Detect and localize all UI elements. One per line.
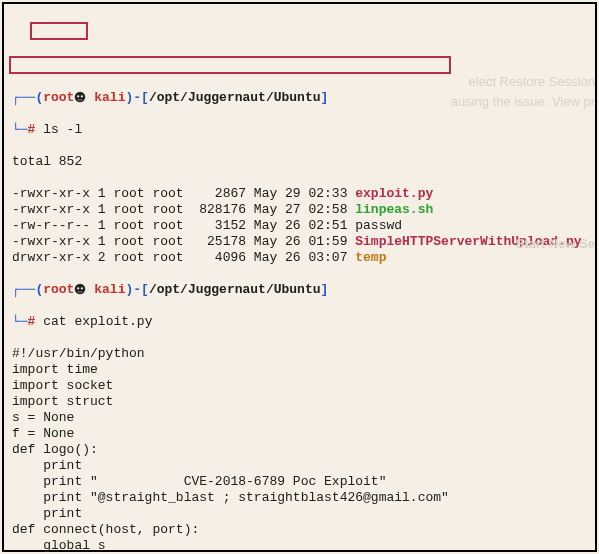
prompt-line2-prefix: └─ [12, 122, 28, 137]
file-perms: -rw-r--r-- 1 root root 3152 May 26 02:51 [12, 218, 355, 233]
file-perms: drwxr-xr-x 2 root root 4096 May 26 03:07 [12, 250, 355, 265]
file-row: drwxr-xr-x 2 root root 4096 May 26 03:07… [12, 250, 587, 266]
terminal-frame: elect Restore Session ausing the issue. … [2, 2, 597, 552]
file-name: passwd [355, 218, 402, 233]
prompt-close-2: ] [321, 282, 329, 297]
prompt-line-1: ┌──(root kali)-[/opt/Juggernaut/Ubuntu] [12, 90, 587, 106]
total-line: total 852 [12, 154, 587, 170]
code-line: import struct [12, 394, 587, 410]
code-line: print "@straight_blast ; straightblast42… [12, 490, 587, 506]
command-cat[interactable]: cat exploit.py [43, 314, 152, 329]
prompt-dash-2: -[ [133, 282, 149, 297]
svg-point-6 [77, 287, 79, 289]
prompt-dash: -[ [133, 90, 149, 105]
svg-rect-3 [79, 99, 80, 101]
code-line: import time [12, 362, 587, 378]
command-ls[interactable]: ls -l [43, 122, 82, 137]
code-block: #!/usr/bin/pythonimport timeimport socke… [12, 346, 587, 554]
file-name: linpeas.sh [355, 202, 433, 217]
svg-point-0 [75, 92, 86, 103]
code-line: print [12, 506, 587, 522]
prompt-host-2: kali [94, 282, 125, 297]
file-name: temp [355, 250, 386, 265]
file-name: exploit.py [355, 186, 433, 201]
prompt-user: root [43, 90, 74, 105]
prompt-open-2: ┌──( [12, 282, 43, 297]
code-line: global s [12, 538, 587, 554]
code-line: def logo(): [12, 442, 587, 458]
svg-rect-9 [81, 291, 82, 293]
file-perms: -rwxr-xr-x 1 root root 2867 May 29 02:33 [12, 186, 355, 201]
code-line: print " CVE-2018-6789 Poc Exploit" [12, 474, 587, 490]
skull-icon [74, 283, 86, 295]
svg-rect-4 [81, 99, 82, 101]
svg-point-2 [81, 95, 83, 97]
prompt-host: kali [94, 90, 125, 105]
code-line: import socket [12, 378, 587, 394]
skull-icon [74, 91, 86, 103]
prompt-path: /opt/Juggernaut/Ubuntu [149, 90, 321, 105]
file-name: SimpleHTTPServerWithUpload.py [355, 234, 581, 249]
svg-point-1 [77, 95, 79, 97]
file-list: -rwxr-xr-x 1 root root 2867 May 29 02:33… [12, 186, 587, 266]
file-row: -rwxr-xr-x 1 root root 25178 May 26 01:5… [12, 234, 587, 250]
code-line: def connect(host, port): [12, 522, 587, 538]
code-line: f = None [12, 426, 587, 442]
file-row: -rwxr-xr-x 1 root root 2867 May 29 02:33… [12, 186, 587, 202]
prompt-path-2: /opt/Juggernaut/Ubuntu [149, 282, 321, 297]
svg-point-5 [75, 284, 86, 295]
prompt-user-2: root [43, 282, 74, 297]
file-perms: -rwxr-xr-x 1 root root 828176 May 27 02:… [12, 202, 355, 217]
prompt-line-4: └─# cat exploit.py [12, 314, 587, 330]
background-hint-1: elect Restore Session [469, 74, 595, 90]
file-row: -rw-r--r-- 1 root root 3152 May 26 02:51… [12, 218, 587, 234]
prompt-line2-prefix-2: └─ [12, 314, 28, 329]
code-line: #!/usr/bin/python [12, 346, 587, 362]
file-perms: -rwxr-xr-x 1 root root 25178 May 26 01:5… [12, 234, 355, 249]
prompt-open: ┌──( [12, 90, 43, 105]
prompt-line-3: ┌──(root kali)-[/opt/Juggernaut/Ubuntu] [12, 282, 587, 298]
code-line: s = None [12, 410, 587, 426]
prompt-close: ] [321, 90, 329, 105]
code-line: print [12, 458, 587, 474]
svg-point-7 [81, 287, 83, 289]
prompt-line-2: └─# ls -l [12, 122, 587, 138]
prompt-hash-2: # [28, 314, 44, 329]
file-row: -rwxr-xr-x 1 root root 828176 May 27 02:… [12, 202, 587, 218]
svg-rect-8 [79, 291, 80, 293]
prompt-hash: # [28, 122, 44, 137]
